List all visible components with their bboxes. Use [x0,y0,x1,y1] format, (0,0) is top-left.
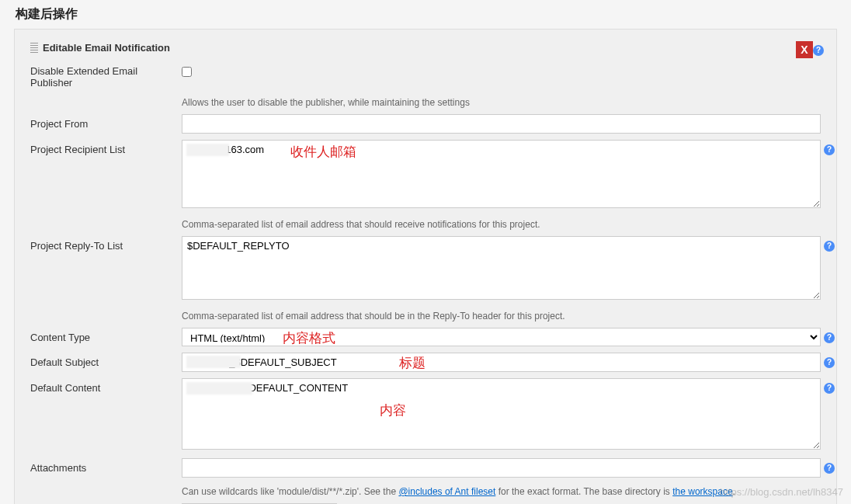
row-attachments-help: Can use wildcards like 'module/dist/**/*… [30,481,821,500]
drag-handle-icon[interactable] [30,43,38,54]
blur-redaction [186,144,229,156]
select-content-type[interactable]: HTML (text/html) [182,328,821,346]
help-recipient: Comma-separated list of email address th… [182,217,821,230]
row-attachments: Attachments ? [30,455,821,481]
label-recipient-list: Project Recipient List [30,140,182,155]
help-icon[interactable]: ? [824,144,835,155]
row-attach-log: Attach Build Log Do Not Attach Build Log… [30,500,821,504]
input-default-subject[interactable] [182,353,821,372]
help-icon[interactable]: ? [824,463,835,474]
row-disable-publisher: Disable Extended Email Publisher [30,58,821,92]
link-ant-fileset[interactable]: @includes of Ant fileset [398,486,495,497]
row-content-type: Content Type HTML (text/html) ? 内容格式 [30,325,821,349]
block-title: Editable Email Notification [43,42,170,54]
watermark: https://blog.csdn.net/lh8347 [720,486,843,498]
input-project-from[interactable] [182,114,821,134]
help-icon[interactable]: ? [824,241,835,252]
input-attachments[interactable] [182,458,821,478]
row-replyto-help: Comma-separated list of email address th… [30,305,821,325]
row-disable-help: Allows the user to disable the publisher… [30,92,821,111]
textarea-recipient-list[interactable]: @163.com [182,140,821,208]
label-content-type: Content Type [30,328,182,343]
row-project-from: Project From [30,111,821,137]
close-button[interactable]: X [796,41,813,58]
row-recipient-help: Comma-separated list of email address th… [30,214,821,233]
textarea-default-content[interactable]: $DEFAULT_CONTENT [182,378,821,450]
textarea-replyto-list[interactable]: $DEFAULT_REPLYTO [182,236,821,300]
help-icon[interactable]: ? [813,45,824,56]
help-icon[interactable]: ? [824,357,835,368]
help-disable-publisher: Allows the user to disable the publisher… [182,95,821,108]
label-default-content: Default Content [30,378,182,394]
label-default-subject: Default Subject [30,353,182,368]
post-build-panel: X ? Editable Email Notification Disable … [14,29,837,504]
email-notification-block: X ? Editable Email Notification Disable … [23,37,828,504]
help-replyto: Comma-separated list of email address th… [182,308,821,322]
row-replyto-list: Project Reply-To List $DEFAULT_REPLYTO ? [30,233,821,305]
label-attachments: Attachments [30,458,182,474]
help-icon[interactable]: ? [824,383,835,394]
row-default-content: Default Content $DEFAULT_CONTENT ? 内容 [30,375,821,455]
label-project-from: Project From [30,114,182,130]
block-header: Editable Email Notification [30,37,821,58]
label-replyto-list: Project Reply-To List [30,236,182,252]
row-default-subject: Default Subject ? 标题 [30,349,821,375]
checkbox-disable-publisher[interactable] [182,67,192,77]
help-icon[interactable]: ? [824,332,835,343]
row-recipient-list: Project Recipient List @163.com ? 收件人邮箱 [30,137,821,214]
section-title: 构建后操作 [0,0,851,29]
label-disable-publisher: Disable Extended Email Publisher [30,61,182,89]
blur-redaction [186,356,241,368]
blur-redaction [186,382,252,395]
